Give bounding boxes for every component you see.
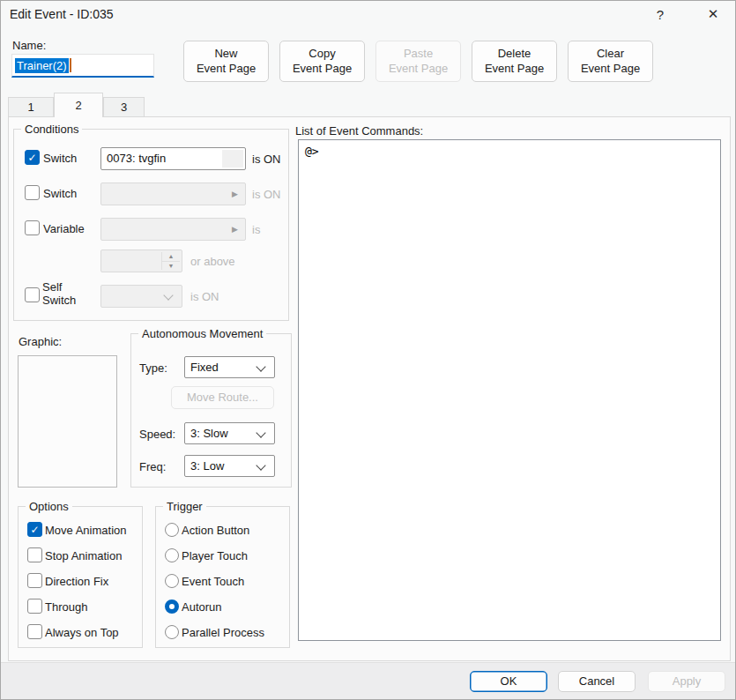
button-label: Event Page <box>581 62 640 76</box>
name-label: Name: <box>12 39 46 52</box>
option-direction-fix-checkbox[interactable] <box>27 573 42 588</box>
self-switch-label: Self Switch <box>42 281 81 308</box>
spinner-buttons: ▲ ▼ <box>161 252 180 270</box>
option-stop-animation-label: Stop Animation <box>45 549 122 562</box>
trigger-action-button-radio[interactable] <box>165 523 179 537</box>
tab-page-2[interactable]: 2 <box>54 93 103 117</box>
edit-event-dialog: Edit Event - ID:035 ? ✕ Name: Trainer(2)… <box>0 0 736 700</box>
movement-speed-value: 3: Slow <box>190 427 228 440</box>
clear-event-page-button[interactable]: Clear Event Page <box>568 41 653 82</box>
button-label: Delete <box>498 47 532 61</box>
options-group-title: Options <box>26 500 72 513</box>
picker-arrow-icon: ▶ <box>232 225 238 234</box>
option-through-checkbox[interactable] <box>27 599 42 614</box>
option-direction-fix-label: Direction Fix <box>45 575 108 588</box>
self-switch-select <box>100 285 182 308</box>
variable-suffix: is <box>252 223 260 236</box>
variable-label: Variable <box>43 222 85 235</box>
movement-type-select[interactable]: Fixed <box>184 356 275 378</box>
command-list-label: List of Event Commands: <box>295 124 423 138</box>
type-label: Type: <box>139 361 167 375</box>
command-line[interactable]: @> <box>305 145 714 158</box>
movement-freq-value: 3: Low <box>190 459 224 473</box>
paste-event-page-button: Paste Event Page <box>375 41 461 82</box>
dialog-title: Edit Event - ID:035 <box>10 7 114 21</box>
new-event-page-button[interactable]: New Event Page <box>183 41 269 82</box>
button-label: Event Page <box>197 62 256 76</box>
variable-amount-spinner: ▲ ▼ <box>100 249 182 272</box>
button-label: Clear <box>597 47 624 61</box>
button-label: OK <box>501 674 517 689</box>
switch2-label: Switch <box>43 187 77 200</box>
conditions-group-title: Conditions <box>21 123 82 136</box>
option-always-on-top-checkbox[interactable] <box>27 624 42 639</box>
switch2-value-field: ▶ <box>100 182 246 205</box>
trigger-parallel-process-label: Parallel Process <box>182 626 264 639</box>
option-move-animation-checkbox[interactable] <box>27 522 42 537</box>
button-label: Event Page <box>485 62 544 76</box>
self-switch-suffix: is ON <box>190 290 219 303</box>
tab-page-1[interactable]: 1 <box>8 97 54 117</box>
trigger-parallel-process-radio[interactable] <box>165 625 179 639</box>
help-icon[interactable]: ? <box>643 1 678 27</box>
freq-label: Freq: <box>139 460 166 473</box>
picker-arrow-icon: ▶ <box>232 190 238 198</box>
button-label: Event Page <box>389 62 448 76</box>
button-label: Apply <box>673 674 702 689</box>
button-label: Copy <box>309 47 335 61</box>
spinner-down-icon: ▼ <box>162 262 180 271</box>
trigger-player-touch-label: Player Touch <box>182 549 248 562</box>
close-icon[interactable]: ✕ <box>695 1 731 27</box>
switch1-value-field[interactable]: 0073: tvgfin <box>100 147 246 170</box>
switch2-checkbox[interactable] <box>25 185 40 200</box>
text-caret <box>70 58 71 72</box>
variable-value-field: ▶ <box>100 218 246 241</box>
option-always-on-top-label: Always on Top <box>45 626 119 639</box>
autonomous-movement-title: Autonomous Movement <box>138 327 266 340</box>
option-move-animation-label: Move Animation <box>45 524 127 537</box>
button-label: Event Page <box>293 62 352 76</box>
name-selected-text: Trainer(2) <box>15 58 69 73</box>
button-label: Cancel <box>579 674 614 689</box>
self-switch-checkbox[interactable] <box>25 287 40 302</box>
switch2-suffix: is ON <box>252 188 281 201</box>
trigger-event-touch-radio[interactable] <box>165 574 179 588</box>
move-route-button: Move Route... <box>171 386 274 409</box>
button-label: New <box>214 47 237 61</box>
graphic-picker[interactable] <box>18 355 117 488</box>
movement-speed-select[interactable]: 3: Slow <box>184 422 275 444</box>
event-command-list[interactable]: @> <box>298 139 721 641</box>
trigger-player-touch-radio[interactable] <box>165 548 179 562</box>
delete-event-page-button[interactable]: Delete Event Page <box>472 41 557 82</box>
speed-label: Speed: <box>139 428 175 441</box>
switch1-picker-button[interactable] <box>222 150 243 168</box>
switch1-checkbox[interactable] <box>25 150 40 165</box>
trigger-autorun-label: Autorun <box>182 600 222 614</box>
tab-label: 3 <box>121 101 127 114</box>
tab-page-3[interactable]: 3 <box>103 97 145 117</box>
spinner-up-icon: ▲ <box>162 252 180 262</box>
ok-button[interactable]: OK <box>470 671 547 692</box>
trigger-group-title: Trigger <box>163 500 206 513</box>
name-input[interactable]: Trainer(2) <box>11 54 154 78</box>
switch1-suffix: is ON <box>252 153 281 166</box>
copy-event-page-button[interactable]: Copy Event Page <box>279 41 365 82</box>
movement-type-value: Fixed <box>190 361 219 374</box>
option-stop-animation-checkbox[interactable] <box>27 547 42 562</box>
graphic-label: Graphic: <box>19 335 62 348</box>
button-label: Paste <box>404 47 433 61</box>
trigger-autorun-radio[interactable] <box>165 599 179 614</box>
apply-button: Apply <box>648 671 725 692</box>
trigger-event-touch-label: Event Touch <box>182 575 244 588</box>
cancel-button[interactable]: Cancel <box>558 671 636 692</box>
option-through-label: Through <box>45 600 87 614</box>
variable-spinner-suffix: or above <box>190 255 235 268</box>
switch1-label: Switch <box>43 152 77 165</box>
button-label: Move Route... <box>187 391 258 405</box>
variable-checkbox[interactable] <box>25 220 40 235</box>
movement-freq-select[interactable]: 3: Low <box>184 455 275 477</box>
tab-label: 2 <box>75 99 81 112</box>
trigger-action-button-label: Action Button <box>182 524 249 537</box>
tab-label: 1 <box>27 101 33 114</box>
switch1-value: 0073: tvgfin <box>107 152 166 165</box>
